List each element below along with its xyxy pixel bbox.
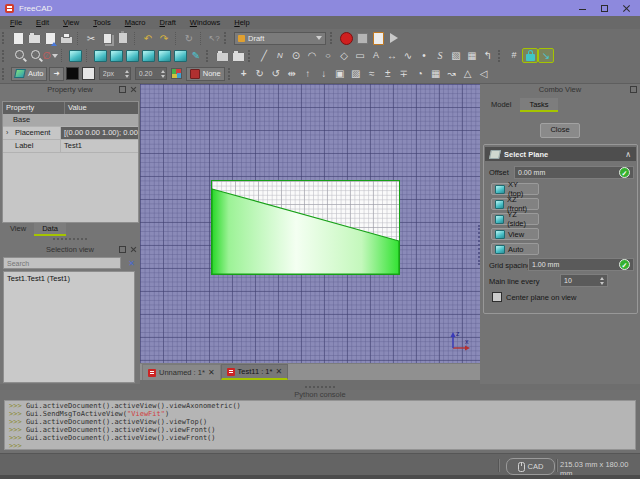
right-view-icon[interactable] — [124, 48, 140, 63]
redo-icon[interactable]: ↷ — [156, 31, 172, 46]
macro-record-icon[interactable] — [338, 31, 354, 46]
polygon-icon[interactable]: ◇ — [336, 48, 352, 63]
document-tab-unnamed[interactable]: Unnamed : 1* ✕ — [142, 364, 221, 380]
paste-icon[interactable] — [115, 31, 131, 46]
fit-all-icon[interactable] — [10, 48, 26, 63]
clone-icon[interactable]: △ — [460, 66, 476, 81]
navigation-style-button[interactable]: CAD — [506, 458, 555, 475]
copy-icon[interactable] — [99, 31, 115, 46]
toolbar-handle[interactable] — [498, 50, 503, 62]
menu-macro[interactable]: Macro — [118, 16, 153, 29]
list-item[interactable]: Test1.Test1 (Test1) — [7, 274, 131, 283]
property-row-placement[interactable]: › Placement [(0.00 0.00 1.00); 0.00 °(0.… — [3, 127, 138, 140]
text-icon[interactable]: A — [368, 48, 384, 63]
refresh-icon[interactable]: ↻ — [181, 31, 197, 46]
3d-viewport[interactable]: x z — [140, 84, 480, 363]
maximize-icon[interactable] — [600, 4, 609, 13]
whats-this-icon[interactable]: ↖? — [206, 31, 222, 46]
plane-xz-button[interactable]: XZ (front) — [491, 198, 539, 210]
line-icon[interactable]: ╱ — [256, 48, 272, 63]
menu-file[interactable]: File — [3, 16, 29, 29]
offset-icon[interactable]: ↺ — [268, 66, 284, 81]
bottom-view-icon[interactable] — [156, 48, 172, 63]
menu-draft[interactable]: Draft — [153, 16, 183, 29]
float-panel-icon[interactable] — [119, 246, 126, 253]
front-view-icon[interactable] — [92, 48, 108, 63]
menu-windows[interactable]: Windows — [183, 16, 227, 29]
spin-up-icon[interactable] — [161, 70, 165, 73]
left-view-icon[interactable] — [172, 48, 188, 63]
collapse-icon[interactable]: ∧ — [625, 150, 631, 159]
center-plane-checkbox[interactable] — [492, 292, 502, 302]
spin-up-icon[interactable] — [125, 70, 129, 73]
dimension-icon[interactable]: ↔ — [384, 48, 400, 63]
open-document-icon[interactable] — [26, 31, 42, 46]
plane-xy-button[interactable]: XY (top) — [491, 183, 539, 195]
face-color-swatch[interactable] — [81, 66, 97, 81]
plane-view-button[interactable]: View — [491, 228, 539, 240]
facebinder-icon[interactable]: ▧ — [448, 48, 464, 63]
spin-down-icon[interactable] — [600, 282, 604, 285]
menu-edit[interactable]: Edit — [29, 16, 56, 29]
downgrade-icon[interactable]: ↓ — [316, 66, 332, 81]
array-icon[interactable]: ▦ — [428, 66, 444, 81]
property-value[interactable]: Test1 — [61, 140, 138, 152]
menu-help[interactable]: Help — [227, 16, 256, 29]
add-to-group-icon[interactable] — [230, 48, 246, 63]
mirror-icon[interactable]: ◁ — [476, 66, 492, 81]
scale-icon[interactable]: ▣ — [332, 66, 348, 81]
cut-icon[interactable]: ✂ — [83, 31, 99, 46]
minimize-icon[interactable] — [578, 4, 587, 13]
workbench-selector[interactable]: Draft — [234, 32, 326, 45]
move-to-group-icon[interactable] — [214, 48, 230, 63]
close-panel-icon[interactable] — [130, 246, 137, 253]
path-array-icon[interactable]: ↝ — [444, 66, 460, 81]
search-input[interactable] — [3, 257, 121, 269]
style-preset-icon[interactable] — [169, 66, 185, 81]
console-input-line[interactable]: >>> — [9, 442, 631, 450]
macro-play-icon[interactable] — [386, 31, 402, 46]
axonometric-view-icon[interactable] — [67, 48, 83, 63]
main-line-spinner[interactable] — [560, 274, 608, 287]
spin-down-icon[interactable] — [125, 75, 129, 78]
line-width-spinner[interactable] — [99, 67, 131, 80]
autogroup-button[interactable]: None — [186, 67, 225, 81]
set-style-button[interactable]: ➜ — [49, 67, 63, 81]
property-group-base[interactable]: Base — [3, 114, 138, 127]
tab-model[interactable]: Model — [482, 98, 520, 112]
circle-icon[interactable]: ⊙ — [288, 48, 304, 63]
snap-lock-icon[interactable] — [522, 48, 538, 63]
menu-view[interactable]: View — [56, 16, 86, 29]
draft-rectangle[interactable] — [211, 180, 400, 275]
float-panel-icon[interactable] — [119, 86, 126, 93]
toolbar-handle[interactable] — [228, 68, 233, 80]
expander-icon[interactable]: › — [6, 127, 8, 139]
shapestring-icon[interactable]: S — [432, 48, 448, 63]
plane-yz-button[interactable]: YZ (side) — [491, 213, 539, 225]
snap-near-icon[interactable]: ↘ — [538, 48, 554, 63]
zoom-icon[interactable] — [26, 48, 42, 63]
undo-icon[interactable]: ↶ — [140, 31, 156, 46]
close-tab-icon[interactable]: ✕ — [275, 367, 282, 376]
offset-value[interactable] — [518, 169, 619, 176]
text-size-spinner[interactable] — [135, 67, 167, 80]
line-width-value[interactable] — [103, 70, 123, 77]
close-tab-icon[interactable]: ✕ — [208, 368, 215, 377]
top-view-icon[interactable] — [108, 48, 124, 63]
subelement-icon[interactable]: ≈ — [364, 66, 380, 81]
python-console[interactable]: >>> Gui.activeDocument().activeView().vi… — [4, 400, 636, 450]
ellipse-icon[interactable]: ○ — [320, 50, 336, 61]
plane-auto-button[interactable]: Auto — [491, 243, 539, 255]
grid-spacing-input[interactable]: ✓ — [528, 258, 634, 271]
arc-icon[interactable]: ◠ — [304, 48, 320, 63]
toolbar-handle[interactable] — [248, 50, 253, 62]
rectangle-icon[interactable]: ▭ — [352, 48, 368, 63]
bspline-icon[interactable]: ∿ — [400, 48, 416, 63]
print-icon[interactable] — [58, 31, 74, 46]
join-icon[interactable]: ± — [380, 66, 396, 81]
toolbar-handle[interactable] — [206, 50, 211, 62]
polyline-icon[interactable]: N — [272, 48, 288, 63]
grid-spacing-value[interactable] — [532, 261, 619, 268]
rotate-icon[interactable]: ↻ — [252, 66, 268, 81]
line-color-swatch[interactable] — [65, 66, 81, 81]
